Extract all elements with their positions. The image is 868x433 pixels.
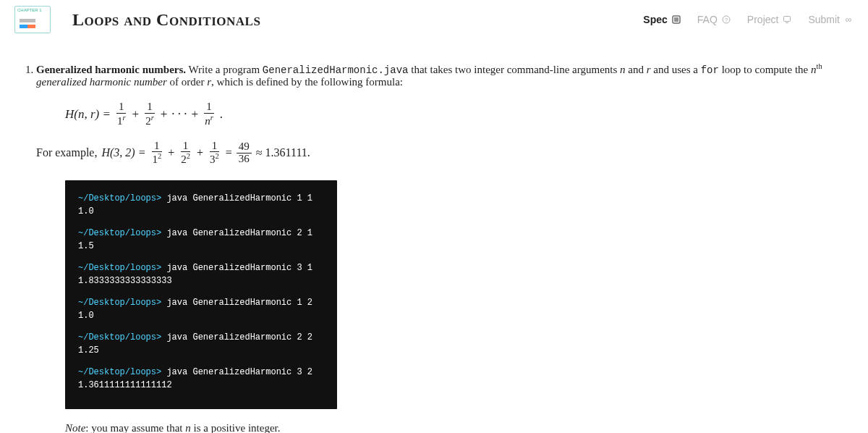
terminal-prompt: ~/Desktop/loops> (78, 298, 166, 308)
terminal-block: ~/Desktop/loops> java GeneralizedHarmoni… (78, 331, 324, 357)
nav: Spec FAQ ? Project (643, 14, 854, 25)
terminal-prompt: ~/Desktop/loops> (78, 367, 166, 377)
nav-spec-label: Spec (643, 14, 667, 25)
terminal-command: java GeneralizedHarmonic 1 1 (166, 193, 312, 203)
infinity-icon: ∞ (843, 14, 854, 25)
nav-faq[interactable]: FAQ ? (697, 14, 731, 25)
terminal-output: 1.0 (78, 309, 324, 322)
terminal-block: ~/Desktop/loops> java GeneralizedHarmoni… (78, 366, 324, 392)
logo: CHAPTER 1 (14, 6, 51, 33)
terminal-output: 1.3611111111111112 (78, 379, 324, 392)
terminal-command: java GeneralizedHarmonic 3 2 (166, 367, 312, 377)
nav-submit-label: Submit (808, 14, 840, 25)
nav-submit[interactable]: Submit ∞ (808, 14, 854, 25)
formula: H(n, r) = 1 1r + 1 2r + · · · + 1 (65, 101, 846, 127)
program-name: GeneralizedHarmonic.java (263, 64, 409, 76)
nav-project[interactable]: Project (747, 14, 793, 25)
frac-n: 1 nr (203, 101, 216, 127)
content: Generalized harmonic numbers. Write a pr… (0, 41, 868, 433)
terminal-command: java GeneralizedHarmonic 2 2 (166, 332, 312, 342)
terminal-block: ~/Desktop/loops> java GeneralizedHarmoni… (78, 227, 324, 253)
download-icon (782, 14, 792, 25)
terminal-command: java GeneralizedHarmonic 3 1 (166, 263, 312, 273)
terminal-output: 1.5 (78, 240, 324, 253)
terminal-block: ~/Desktop/loops> java GeneralizedHarmoni… (78, 296, 324, 322)
nav-spec[interactable]: Spec (643, 14, 681, 25)
problem-item: Generalized harmonic numbers. Write a pr… (36, 62, 846, 433)
note: Note: you may assume that n is a positiv… (65, 422, 846, 433)
list-icon (671, 14, 681, 25)
terminal-command: java GeneralizedHarmonic 1 2 (166, 298, 312, 308)
svg-text:?: ? (725, 17, 728, 23)
terminal-prompt: ~/Desktop/loops> (78, 228, 166, 238)
nav-project-label: Project (747, 14, 779, 25)
nav-faq-label: FAQ (697, 14, 718, 25)
svg-rect-6 (784, 17, 791, 22)
topbar: CHAPTER 1 Loops and Conditionals Spec FA… (0, 0, 868, 41)
terminal-prompt: ~/Desktop/loops> (78, 193, 166, 203)
page-title: Loops and Conditionals (72, 10, 260, 30)
frac-2: 1 2r (143, 101, 156, 127)
terminal-block: ~/Desktop/loops> java GeneralizedHarmoni… (78, 192, 324, 218)
problem-title: Generalized harmonic numbers. (36, 64, 186, 75)
terminal-block: ~/Desktop/loops> java GeneralizedHarmoni… (78, 261, 324, 287)
example: For example, H(3, 2) = 112 + 122 + 132 =… (36, 140, 846, 167)
frac-1: 1 1r (115, 101, 128, 127)
terminal: ~/Desktop/loops> java GeneralizedHarmoni… (65, 180, 337, 409)
problem-desc: Generalized harmonic numbers. Write a pr… (36, 64, 822, 88)
terminal-output: 1.8333333333333333 (78, 274, 324, 287)
term-name: generalized harmonic number (36, 76, 167, 88)
terminal-command: java GeneralizedHarmonic 2 1 (166, 228, 312, 238)
problem-list: Generalized harmonic numbers. Write a pr… (22, 62, 846, 433)
terminal-prompt: ~/Desktop/loops> (78, 332, 166, 342)
help-icon: ? (721, 14, 731, 25)
terminal-output: 1.0 (78, 205, 324, 218)
terminal-prompt: ~/Desktop/loops> (78, 263, 166, 273)
terminal-output: 1.25 (78, 344, 324, 357)
